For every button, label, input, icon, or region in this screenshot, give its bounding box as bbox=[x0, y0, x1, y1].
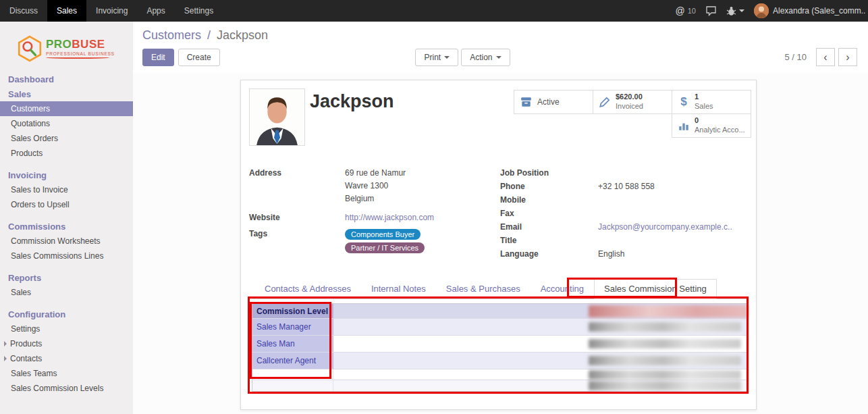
app-logo[interactable]: PROBUSE PROFESSIONAL BUSINESS bbox=[0, 22, 133, 72]
sidebar-item-sales-orders[interactable]: Sales Orders bbox=[0, 131, 133, 146]
empty-cell bbox=[252, 380, 333, 391]
control-panel: Customers / Jackpson Edit Create Print A… bbox=[133, 22, 868, 73]
sidebar-heading-configuration[interactable]: Configuration bbox=[0, 307, 133, 321]
menu-apps[interactable]: Apps bbox=[137, 0, 174, 22]
chat-bubble-icon bbox=[705, 5, 717, 16]
job-position-label: Job Position bbox=[500, 168, 598, 178]
analytic-stat-button[interactable]: 0 Analytic Acco... bbox=[672, 113, 751, 138]
table-row-redacted-cell bbox=[589, 322, 748, 332]
email-link[interactable]: Jackpson@yourcompany.example.c.. bbox=[598, 222, 732, 232]
sidebar-item-sales-commission-levels[interactable]: Sales Commission Levels bbox=[0, 381, 133, 396]
table-row-spacer bbox=[333, 380, 589, 391]
sidebar-item-quotations[interactable]: Quotations bbox=[0, 116, 133, 131]
pager-previous-button[interactable]: ‹ bbox=[816, 48, 835, 66]
sidebar-heading-sales[interactable]: Sales bbox=[0, 86, 133, 101]
action-dropdown-button[interactable]: Action bbox=[461, 49, 510, 66]
sidebar-heading-reports[interactable]: Reports bbox=[0, 270, 133, 285]
pager-counter: 5 / 10 bbox=[784, 52, 807, 62]
sidebar-item-config-contacts[interactable]: Contacts bbox=[0, 351, 133, 366]
sidebar-heading-invoicing[interactable]: Invoicing bbox=[0, 167, 133, 182]
commission-level-cell[interactable]: Callcenter Agent bbox=[252, 353, 333, 369]
sidebar-heading-commissions[interactable]: Commissions bbox=[0, 219, 133, 234]
active-stat-button[interactable]: Active bbox=[514, 90, 593, 114]
sidebar-item-sales-teams[interactable]: Sales Teams bbox=[0, 366, 133, 381]
breadcrumb-current: Jackpson bbox=[217, 28, 268, 42]
chevron-right-icon bbox=[4, 356, 7, 361]
create-button[interactable]: Create bbox=[178, 49, 220, 66]
messages-button[interactable] bbox=[705, 5, 717, 16]
tab-sales-purchases[interactable]: Sales & Purchases bbox=[436, 279, 531, 299]
sidebar-item-reports-sales[interactable]: Sales bbox=[0, 285, 133, 300]
user-menu[interactable]: Alexandra (Sales_comm.. bbox=[754, 3, 865, 18]
tab-internal-notes[interactable]: Internal Notes bbox=[361, 279, 436, 299]
mentions-button[interactable]: @ 10 bbox=[676, 5, 696, 16]
table-row-redacted-cell bbox=[589, 381, 748, 390]
tab-contacts-addresses[interactable]: Contacts & Addresses bbox=[254, 279, 361, 299]
table-row[interactable]: Sales Man bbox=[252, 336, 748, 353]
field-group-left: Address 69 rue de Namur Wavre 1300 Belgi… bbox=[249, 168, 500, 263]
probuse-logo-icon bbox=[18, 35, 42, 62]
sidebar: PROBUSE PROFESSIONAL BUSINESS Dashboard … bbox=[0, 22, 133, 414]
sidebar-item-commission-worksheets[interactable]: Commission Worksheets bbox=[0, 234, 133, 249]
commission-levels-table: Commission Level Sales Manager Sales Man… bbox=[252, 303, 749, 392]
sidebar-item-sales-to-invoice[interactable]: Sales to Invoice bbox=[0, 182, 133, 197]
debug-menu-button[interactable] bbox=[726, 5, 744, 16]
field-phone: Phone +32 10 588 558 bbox=[500, 182, 748, 192]
active-stat-label: Active bbox=[537, 97, 560, 107]
field-website: Website http://www.jackpson.com bbox=[249, 213, 500, 223]
tab-sales-commission-setting[interactable]: Sales Commission Setting bbox=[594, 279, 717, 299]
chevron-down-icon bbox=[496, 56, 501, 59]
table-row[interactable]: Callcenter Agent bbox=[252, 353, 748, 369]
sidebar-heading-dashboard[interactable]: Dashboard bbox=[0, 72, 133, 86]
topbar: Discuss Sales Invoicing Apps Settings @ … bbox=[0, 0, 868, 22]
menu-discuss[interactable]: Discuss bbox=[0, 0, 47, 22]
sidebar-item-products[interactable]: Products bbox=[0, 146, 133, 161]
address-country: Belgium bbox=[345, 194, 406, 203]
print-dropdown-button[interactable]: Print bbox=[415, 49, 458, 66]
sidebar-menu: Dashboard Sales Customers Quotations Sal… bbox=[0, 72, 133, 396]
sales-count: 1 bbox=[695, 93, 699, 102]
table-header-spacer bbox=[333, 304, 589, 318]
tab-accounting[interactable]: Accounting bbox=[531, 279, 594, 299]
main-content: Customers / Jackpson Edit Create Print A… bbox=[133, 22, 868, 414]
analytic-count: 0 bbox=[695, 116, 699, 126]
sidebar-item-orders-to-upsell[interactable]: Orders to Upsell bbox=[0, 197, 133, 212]
title-label: Title bbox=[500, 236, 598, 246]
topbar-right: @ 10 Alexandra (Sales_ bbox=[676, 0, 868, 22]
table-row[interactable]: Sales Manager bbox=[252, 319, 748, 336]
redacted-value bbox=[589, 305, 748, 317]
bar-chart-icon bbox=[678, 120, 690, 132]
sidebar-item-config-products[interactable]: Products bbox=[0, 336, 133, 351]
chevron-down-icon bbox=[444, 56, 450, 59]
logo-underline bbox=[46, 57, 109, 59]
bug-icon bbox=[726, 5, 736, 16]
sales-stat-button[interactable]: $ 1 Sales bbox=[672, 90, 751, 114]
menu-settings[interactable]: Settings bbox=[175, 0, 223, 22]
sales-label: Sales bbox=[695, 102, 713, 111]
sidebar-item-customers[interactable]: Customers bbox=[0, 101, 133, 116]
user-avatar bbox=[754, 3, 769, 18]
logo-text-part2: BUSE bbox=[72, 38, 105, 51]
edit-button[interactable]: Edit bbox=[142, 49, 174, 66]
sidebar-item-sales-commissions-lines[interactable]: Sales Commissions Lines bbox=[0, 249, 133, 263]
table-row-spacer bbox=[333, 353, 589, 369]
commission-level-cell[interactable]: Sales Manager bbox=[252, 319, 333, 335]
chevron-right-icon bbox=[4, 341, 7, 346]
redacted-value bbox=[589, 339, 741, 348]
field-address: Address 69 rue de Namur Wavre 1300 Belgi… bbox=[249, 168, 500, 207]
menu-sales[interactable]: Sales bbox=[47, 0, 86, 22]
field-fax: Fax bbox=[500, 209, 748, 219]
breadcrumb-customers-link[interactable]: Customers bbox=[142, 28, 201, 42]
address-city: Wavre 1300 bbox=[345, 181, 406, 190]
table-row-spacer bbox=[333, 336, 589, 352]
sidebar-item-settings[interactable]: Settings bbox=[0, 321, 133, 336]
tag-partner-it-services: Partner / IT Services bbox=[345, 242, 425, 253]
website-link[interactable]: http://www.jackpson.com bbox=[345, 213, 434, 223]
logo-text-part1: PRO bbox=[46, 38, 72, 51]
pager-next-button[interactable]: › bbox=[838, 48, 857, 66]
commission-level-cell[interactable]: Sales Man bbox=[252, 336, 333, 352]
stat-buttons: Active $620.00 Invoiced $ 1 Sales bbox=[514, 90, 751, 138]
menu-invoicing[interactable]: Invoicing bbox=[86, 0, 137, 22]
invoiced-stat-button[interactable]: $620.00 Invoiced bbox=[593, 90, 672, 114]
field-groups: Address 69 rue de Namur Wavre 1300 Belgi… bbox=[249, 168, 748, 263]
